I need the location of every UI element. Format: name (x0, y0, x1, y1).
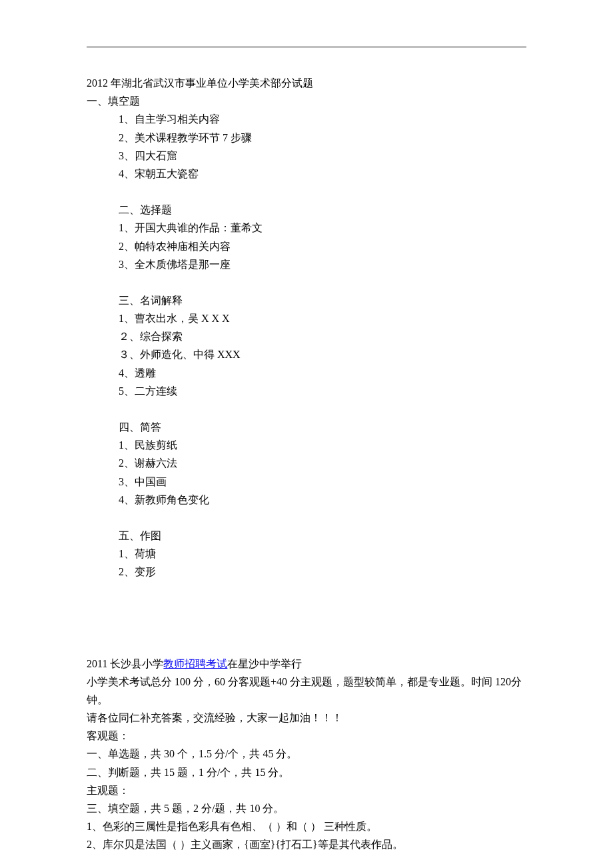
s4-item1: 1、民族剪纸 (119, 436, 526, 454)
doc2-p1: 小学美术考试总分 100 分，60 分客观题+40 分主观题，题型较简单，都是专… (87, 673, 526, 709)
s4-item4: 4、新教师角色变化 (119, 491, 526, 509)
spacer (87, 509, 526, 527)
sub-item2: 2、库尔贝是法国（ ）主义画家，{画室}{打石工}等是其代表作品。 (87, 835, 526, 853)
s5-item1: 1、荷塘 (119, 545, 526, 563)
s3-item3: ３、外师造化、中得 XXX (119, 345, 526, 363)
spacer (87, 273, 526, 291)
section3-heading: 三、名词解释 (119, 291, 526, 309)
section2-heading: 二、选择题 (119, 201, 526, 219)
doc2-line1-post: 在星沙中学举行 (227, 658, 302, 669)
spacer (87, 400, 526, 418)
top-rule (87, 47, 526, 47)
obj-item1: 一、单选题，共 30 个，1.5 分/个，共 45 分。 (87, 745, 526, 763)
s2-item2: 2、帕特农神庙相关内容 (119, 237, 526, 255)
sub-section-heading: 三、填空题，共 5 题，2 分/题，共 10 分。 (87, 799, 526, 817)
s4-item2: 2、谢赫六法 (119, 454, 526, 472)
section5-heading: 五、作图 (119, 527, 526, 545)
recruit-exam-link[interactable]: 教师招聘考试 (163, 658, 227, 669)
s1-item3: 3、四大石窟 (119, 147, 526, 165)
section4: 四、简答 1、民族剪纸 2、谢赫六法 3、中国画 4、新教师角色变化 (87, 418, 526, 509)
sub-item1: 1、色彩的三属性是指色彩具有色相、（ ）和（ ） 三种性质。 (87, 817, 526, 835)
s1-item1: 1、自主学习相关内容 (119, 110, 526, 128)
big-spacer (87, 581, 526, 655)
s5-item2: 2、变形 (119, 563, 526, 581)
s3-item2: ２、综合探索 (119, 327, 526, 345)
page-container: 2012 年湖北省武汉市事业单位小学美术部分试题 一、填空题 1、自主学习相关内… (0, 0, 613, 868)
section1-items: 1、自主学习相关内容 2、美术课程教学环节 7 步骤 3、四大石窟 4、宋朝五大… (87, 110, 526, 183)
s1-item2: 2、美术课程教学环节 7 步骤 (119, 129, 526, 147)
s3-item5: 5、二方连续 (119, 382, 526, 400)
section4-heading: 四、简答 (119, 418, 526, 436)
doc2-line1-pre: 2011 长沙县小学 (87, 658, 163, 669)
s2-item1: 1、开国大典谁的作品：董希文 (119, 219, 526, 237)
section1-heading: 一、填空题 (87, 92, 526, 110)
section2: 二、选择题 1、开国大典谁的作品：董希文 2、帕特农神庙相关内容 3、全木质佛塔… (87, 201, 526, 273)
section3: 三、名词解释 1、曹衣出水，吴 X X X ２、综合探索 ３、外师造化、中得 X… (87, 291, 526, 400)
s4-item3: 3、中国画 (119, 473, 526, 491)
s2-item3: 3、全木质佛塔是那一座 (119, 255, 526, 273)
doc2-p2: 请各位同仁补充答案，交流经验，大家一起加油！！！ (87, 709, 526, 727)
s3-item1: 1、曹衣出水，吴 X X X (119, 309, 526, 327)
doc2-line1: 2011 长沙县小学教师招聘考试在星沙中学举行 (87, 655, 526, 673)
s1-item4: 4、宋朝五大瓷窑 (119, 165, 526, 183)
s3-item4: 4、透雕 (119, 364, 526, 382)
objective-heading: 客观题： (87, 727, 526, 745)
obj-item2: 二、判断题，共 15 题，1 分/个，共 15 分。 (87, 763, 526, 781)
spacer (87, 183, 526, 201)
doc1-title: 2012 年湖北省武汉市事业单位小学美术部分试题 (87, 74, 526, 92)
subjective-heading: 主观题： (87, 781, 526, 799)
section5: 五、作图 1、荷塘 2、变形 (87, 527, 526, 581)
